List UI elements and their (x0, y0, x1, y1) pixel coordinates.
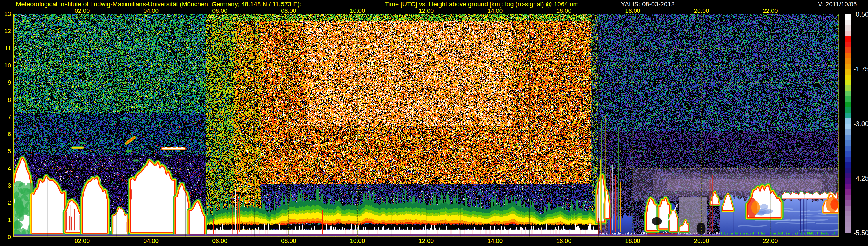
colorbar-segment (845, 140, 851, 146)
colorbar-segment (845, 80, 851, 86)
colorbar-segment (845, 227, 851, 233)
colorbar-segment (845, 107, 851, 113)
y-tick-label: 5. (0, 148, 13, 154)
colorbar-segment (845, 36, 851, 42)
colorbar-segment (845, 26, 851, 31)
colorbar-segment (845, 173, 851, 178)
colorbar-segment (845, 64, 851, 69)
x-tick-label: 16:00 (551, 8, 577, 13)
colorbar-segment (845, 14, 851, 20)
colorbar-segment (845, 222, 851, 227)
colorbar-segment (845, 118, 851, 124)
colorbar-segment (845, 195, 851, 200)
plot-title: Time [UTC] vs. Height above ground [km]:… (385, 1, 579, 8)
x-tick-label: 12:00 (413, 8, 439, 13)
colorbar-tick-label: -3.00 (854, 121, 868, 127)
colorbar-segment (845, 85, 851, 91)
colorbar-segment (845, 134, 851, 140)
colorbar-segment (845, 189, 851, 195)
colorbar-segment (845, 96, 851, 102)
colorbar-segment (845, 102, 851, 107)
y-tick-label: 13. (0, 11, 13, 17)
colorbar-segment (845, 211, 851, 217)
colorbar-segment (845, 124, 851, 129)
colorbar-segment (845, 47, 851, 53)
x-tick-label: 04:00 (138, 238, 164, 244)
colorbar-tick-label: -4.25 (854, 175, 868, 181)
colorbar-segment (845, 151, 851, 157)
x-tick-label: 02:00 (69, 238, 95, 244)
x-tick-label: 16:00 (551, 238, 577, 244)
x-tick-label: 14:00 (482, 238, 508, 244)
instrument-date-label: YALIS: 08-03-2012 (621, 1, 675, 8)
colorbar-segment (845, 162, 851, 167)
y-tick-label: 0. (0, 234, 13, 240)
colorbar-segment (845, 91, 851, 96)
x-tick-label: 06:00 (207, 8, 233, 13)
colorbar-segment (845, 157, 851, 162)
colorbar-tick-label: -5.50 (854, 230, 868, 236)
x-tick-label: 18:00 (620, 238, 646, 244)
x-tick-label: 10:00 (344, 238, 370, 244)
y-tick-label: 6. (0, 131, 13, 137)
colorbar-segment (845, 69, 851, 75)
y-tick-label: 8. (0, 97, 13, 103)
x-tick-label: 10:00 (344, 8, 370, 13)
x-tick-label: 22:00 (757, 238, 783, 244)
colorbar-tick-label: -1.75 (854, 66, 868, 72)
x-tick-label: 14:00 (482, 8, 508, 13)
colorbar-segment (845, 31, 851, 36)
y-tick-label: 12. (0, 28, 13, 34)
colorbar-segment (845, 42, 851, 47)
colorbar (845, 14, 851, 233)
colorbar-segment (845, 58, 851, 64)
x-tick-label: 20:00 (688, 238, 714, 244)
colorbar-tick-label: -0.50 (854, 11, 868, 18)
y-tick-label: 9. (0, 79, 13, 86)
colorbar-segment (845, 113, 851, 118)
version-label: V: 2011/10/05 (818, 1, 857, 8)
colorbar-segment (845, 216, 851, 222)
colorbar-segment (845, 200, 851, 206)
colorbar-segment (845, 206, 851, 211)
colorbar-segment (845, 75, 851, 80)
y-tick-label: 3. (0, 182, 13, 189)
x-tick-label: 18:00 (620, 8, 646, 13)
y-tick-label: 1. (0, 217, 13, 223)
x-tick-label: 08:00 (275, 8, 302, 13)
y-tick-label: 4. (0, 165, 13, 172)
x-tick-label: 12:00 (413, 238, 439, 244)
x-tick-label: 06:00 (207, 238, 233, 244)
colorbar-segment (845, 129, 851, 134)
y-tick-label: 7. (0, 114, 13, 120)
colorbar-segment (845, 167, 851, 173)
y-tick-label: 10. (0, 62, 13, 69)
x-tick-label: 22:00 (757, 8, 783, 13)
y-tick-label: 11. (0, 45, 13, 52)
x-tick-label: 02:00 (69, 8, 95, 13)
institute-title: Meteorological Institute of Ludwig-Maxim… (16, 1, 301, 8)
colorbar-segment (845, 53, 851, 58)
colorbar-segment (845, 184, 851, 189)
x-tick-label: 04:00 (138, 8, 164, 13)
lidar-heatmap-canvas (13, 14, 839, 237)
lidar-quicklook-page: Meteorological Institute of Ludwig-Maxim… (0, 0, 868, 246)
colorbar-segment (845, 146, 851, 151)
colorbar-segment (845, 20, 851, 26)
x-tick-label: 20:00 (688, 8, 714, 13)
y-tick-label: 2. (0, 199, 13, 206)
x-tick-label: 08:00 (275, 238, 302, 244)
colorbar-segment (845, 178, 851, 184)
